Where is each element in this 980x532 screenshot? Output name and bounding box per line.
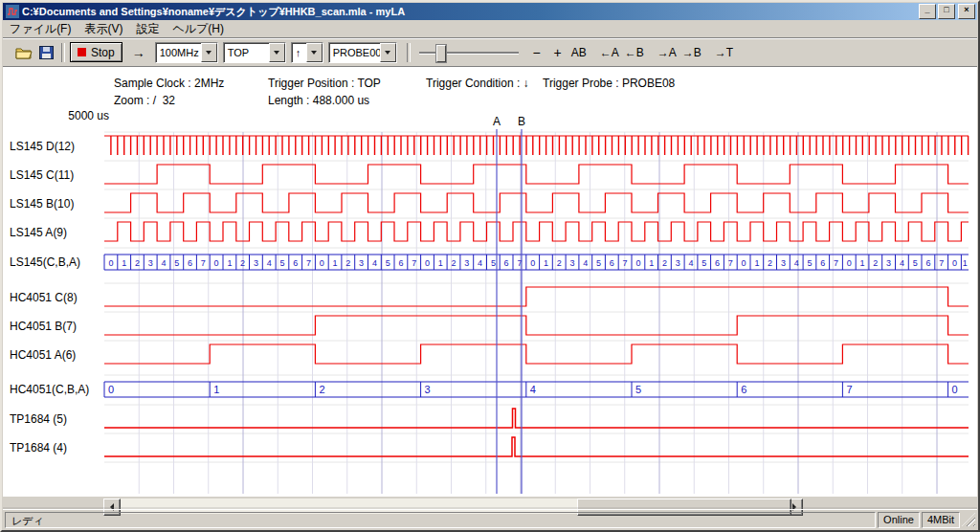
info-zoom: Zoom : / 32 <box>114 94 175 107</box>
trigger-edge-select[interactable]: ↑ <box>291 42 323 63</box>
trigger-edge-value: ↑ <box>292 43 306 62</box>
chevron-down-icon[interactable] <box>269 43 285 62</box>
goto-b-left-button[interactable]: ←B <box>622 42 647 63</box>
timebase-label: 5000 us <box>56 109 109 122</box>
maximize-button[interactable]: □ <box>938 4 955 19</box>
window-title: C:¥Documents and Settings¥noname¥デスクトップ¥… <box>22 5 917 19</box>
menu-settings[interactable]: 設定 <box>129 20 166 38</box>
sample-clock-value: 100MHz <box>156 43 201 62</box>
statusbar: レディ Online 4MBit <box>3 509 977 529</box>
status-memory-badge: 4MBit <box>922 512 960 528</box>
info-trigger-probe: Trigger Probe : PROBE08 <box>543 77 675 90</box>
menubar: ファイル(F) 表示(V) 設定 ヘルプ(H) <box>3 20 977 38</box>
trigger-position-value: TOP <box>224 43 269 62</box>
zoom-in-button[interactable]: + <box>547 42 568 63</box>
stop-button[interactable]: Stop <box>70 42 122 62</box>
chevron-down-icon[interactable] <box>306 43 323 62</box>
menu-help[interactable]: ヘルプ(H) <box>166 20 231 38</box>
trigger-probe-select[interactable]: PROBE00 <box>328 42 397 63</box>
info-trigger-position: Trigger Position : TOP <box>268 77 381 90</box>
run-arrow-icon: → <box>132 45 145 60</box>
minimize-button[interactable]: _ <box>919 4 936 19</box>
app-icon <box>6 5 19 18</box>
trigger-position-select[interactable]: TOP <box>223 42 286 63</box>
menu-view[interactable]: 表示(V) <box>78 20 129 38</box>
toolbar: Stop → 100MHz TOP ↑ PROBE00 − + AB ←A <box>3 38 977 67</box>
status-text: レディ <box>5 512 876 528</box>
goto-a-left-button[interactable]: ←A <box>597 42 622 63</box>
save-button[interactable] <box>35 42 56 63</box>
resize-grip[interactable] <box>962 513 975 526</box>
goto-trigger-button[interactable]: →T <box>712 42 736 63</box>
zoom-slider-track <box>419 52 519 55</box>
menu-file[interactable]: ファイル(F) <box>3 20 78 38</box>
titlebar[interactable]: C:¥Documents and Settings¥noname¥デスクトップ¥… <box>3 3 977 20</box>
goto-a-right-button[interactable]: →A <box>655 42 679 63</box>
close-button[interactable]: × <box>958 4 975 19</box>
save-floppy-icon <box>39 46 54 59</box>
info-length: Length : 488.000 us <box>268 94 369 107</box>
info-sample-clock: Sample Clock : 2MHz <box>114 77 224 90</box>
toolbar-separator <box>407 43 411 62</box>
run-button[interactable]: → <box>128 42 149 63</box>
trigger-probe-value: PROBE00 <box>329 43 380 62</box>
ab-span-button[interactable]: AB <box>568 42 590 63</box>
sample-clock-select[interactable]: 100MHz <box>155 42 218 63</box>
toolbar-separator <box>61 43 65 62</box>
open-button[interactable] <box>12 42 35 63</box>
waveform-client <box>3 67 977 497</box>
open-folder-icon <box>15 46 33 59</box>
zoom-slider-thumb[interactable] <box>436 45 446 62</box>
zoom-out-button[interactable]: − <box>526 42 547 63</box>
chevron-down-icon[interactable] <box>201 43 217 62</box>
zoom-slider[interactable] <box>419 43 519 62</box>
chevron-down-icon[interactable] <box>380 43 396 62</box>
goto-b-right-button[interactable]: →B <box>679 42 704 63</box>
status-online-badge: Online <box>878 512 920 528</box>
stop-label: Stop <box>91 46 115 59</box>
app-window: C:¥Documents and Settings¥noname¥デスクトップ¥… <box>0 0 980 532</box>
info-trigger-condition: Trigger Condition : ↓ <box>426 77 529 90</box>
stop-icon <box>78 48 86 56</box>
